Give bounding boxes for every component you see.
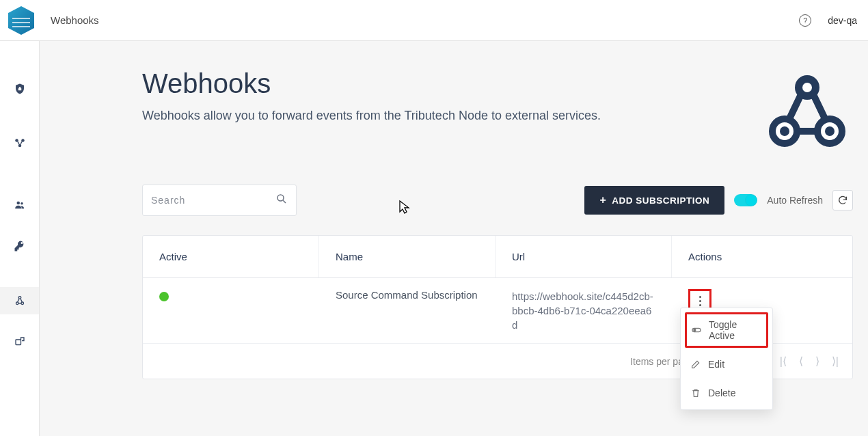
user-menu[interactable]: dev-qa [828,15,857,26]
svg-point-8 [21,202,23,205]
svg-point-6 [18,144,21,148]
table-header: Active Name Url Actions [143,236,852,278]
shield-lock-icon [14,83,26,95]
search-input[interactable] [151,195,275,206]
app-logo[interactable] [5,5,37,36]
page-next-button[interactable]: ⟩ [815,355,819,368]
add-button-label: ADD SUBSCRIPTION [612,195,709,206]
plus-icon: + [599,194,606,206]
key-icon [14,240,26,252]
svg-marker-0 [8,6,34,35]
menu-toggle-active[interactable]: Toggle Active [685,312,768,348]
widget-icon [14,336,26,348]
webhook-icon [14,295,26,307]
sidebar-item-secrets[interactable] [0,75,39,103]
toolbar: + ADD SUBSCRIPTION Auto Refresh [142,185,853,216]
active-status-dot-icon [159,292,169,301]
svg-point-11 [18,297,21,299]
sidebar-item-users[interactable] [0,191,39,219]
header-right: ? dev-qa [799,14,857,27]
search-box[interactable] [142,185,297,216]
page-last-button[interactable]: ⟩| [832,355,839,368]
tributech-logo-icon [5,5,37,36]
svg-point-16 [694,329,696,331]
subscriptions-table: Active Name Url Actions Source Command S… [142,235,853,379]
svg-rect-12 [16,340,21,345]
kebab-icon [699,296,701,306]
search-icon [275,193,288,208]
main-content: Webhooks Webhooks allow you to forward e… [40,41,868,436]
menu-delete[interactable]: Delete [685,381,768,405]
sidebar-item-agents[interactable] [0,328,39,355]
page-prev-button[interactable]: ⟨ [799,355,803,368]
svg-point-21 [780,126,789,136]
svg-point-22 [825,126,835,136]
toggle-icon [691,325,702,336]
users-icon [14,199,26,211]
cell-active [143,278,319,343]
menu-edit[interactable]: Edit [685,352,768,377]
cell-name: Source Command Subscription [319,278,496,343]
share-nodes-icon [14,137,26,150]
sidebar-item-keys[interactable] [0,232,39,260]
svg-point-10 [21,302,23,305]
row-actions-menu: Toggle Active Edit Delete [680,308,773,410]
page-first-button[interactable]: |⟨ [780,355,787,368]
sidebar-item-webhooks[interactable] [0,287,39,314]
col-name: Name [319,236,496,277]
pencil-icon [690,359,701,370]
add-subscription-button[interactable]: + ADD SUBSCRIPTION [584,186,724,215]
svg-line-14 [283,200,286,203]
page-subtitle: Webhooks allow you to forward events fro… [142,109,853,123]
header-left: Webhooks [0,5,99,36]
col-active: Active [143,236,319,277]
trash-icon [690,387,701,398]
col-actions: Actions [672,236,854,277]
sidebar [0,41,40,436]
auto-refresh-toggle[interactable] [734,194,757,206]
menu-toggle-active-label: Toggle Active [709,319,762,341]
refresh-button[interactable] [832,190,853,210]
svg-point-7 [16,202,20,205]
auto-refresh-label: Auto Refresh [767,195,823,206]
svg-point-13 [277,195,284,201]
webhook-hero-icon [763,68,852,157]
app-header: Webhooks ? dev-qa [0,0,868,41]
sidebar-item-streams[interactable] [0,130,39,157]
menu-edit-label: Edit [708,359,724,370]
col-url: Url [496,236,672,277]
svg-point-9 [16,302,18,305]
cell-url: https://webhook.site/c445d2cb-bbcb-4db6-… [496,278,672,343]
menu-delete-label: Delete [708,387,735,398]
svg-point-20 [802,83,812,92]
header-title: Webhooks [51,14,99,26]
refresh-icon [837,195,848,206]
page-title: Webhooks [142,68,853,99]
help-icon[interactable]: ? [799,14,811,27]
